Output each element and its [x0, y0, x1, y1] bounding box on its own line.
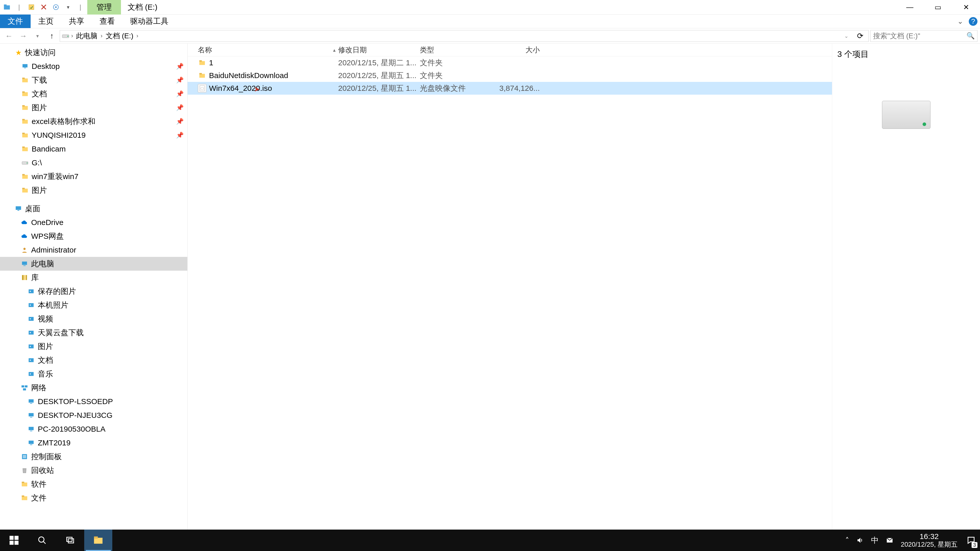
nav-qa-item[interactable]: G:\ [0, 156, 187, 170]
qat-properties-icon[interactable] [26, 2, 37, 13]
tray-chevron-up-icon[interactable]: ˄ [845, 536, 849, 545]
breadcrumb-seg-0[interactable]: 此电脑 [75, 31, 99, 41]
maximize-button[interactable]: ▭ [924, 0, 952, 14]
nav-lib-item[interactable]: 天翼云盘下载 [0, 326, 187, 340]
nav-qa-item[interactable]: Desktop📌 [0, 59, 187, 73]
svg-rect-34 [26, 275, 27, 280]
notification-center-button[interactable]: 3 [962, 530, 980, 551]
qat-delete-icon[interactable]: ✕ [38, 2, 49, 13]
nav-net-item[interactable]: DESKTOP-LSSOEDP [0, 395, 187, 408]
nav-qa-item[interactable]: 图片 [0, 183, 187, 197]
svg-rect-78 [14, 541, 19, 545]
nav-tail-item[interactable]: 文件 [0, 491, 187, 505]
nav-net-item[interactable]: PC-20190530OBLA [0, 422, 187, 436]
search-icon[interactable]: 🔍 [966, 32, 975, 40]
col-header-name[interactable]: 名称 ▴ [188, 45, 338, 55]
nav-tail-item[interactable]: 软件 [0, 477, 187, 491]
svg-rect-75 [10, 536, 14, 540]
contextual-tab[interactable]: 管理 [87, 0, 121, 14]
nav-lib-item[interactable]: 保存的图片 [0, 284, 187, 298]
svg-point-36 [30, 291, 31, 292]
tray-security-icon[interactable] [886, 537, 894, 544]
search-box[interactable]: 🔍 [870, 30, 977, 42]
tray-volume-icon[interactable] [856, 537, 864, 544]
svg-rect-18 [22, 133, 25, 134]
breadcrumb-sep-icon[interactable]: › [137, 33, 138, 39]
close-button[interactable]: ✕ [952, 0, 980, 14]
ribbon-tab-drive-tools[interactable]: 驱动器工具 [123, 14, 176, 28]
help-icon[interactable]: ? [969, 17, 977, 26]
nav-tail-item[interactable]: 回收站 [0, 464, 187, 477]
col-header-type[interactable]: 类型 [420, 45, 489, 55]
expand-ribbon-icon[interactable]: ⌄ [956, 17, 965, 26]
qat-dropdown-icon[interactable]: ▾ [63, 2, 73, 13]
address-dropdown-icon[interactable]: ⌄ [840, 30, 853, 42]
nav-desktop-item[interactable]: WPS网盘 [0, 229, 187, 243]
nav-forward-button[interactable]: → [17, 30, 30, 42]
start-button[interactable] [0, 530, 28, 551]
tray-ime-indicator[interactable]: 中 [871, 535, 879, 546]
nav-qa-item[interactable]: Bandicam [0, 142, 187, 156]
refresh-icon[interactable]: ⟳ [854, 30, 866, 42]
column-headers[interactable]: 名称 ▴ 修改日期 类型 大小 [188, 44, 832, 56]
file-list: 名称 ▴ 修改日期 类型 大小 12020/12/15, 星期二 1...文件夹… [188, 44, 832, 538]
svg-point-22 [27, 162, 27, 164]
nav-qa-item[interactable]: 图片📌 [0, 101, 187, 114]
pin-icon: 📌 [176, 90, 184, 97]
nav-up-button[interactable]: ↑ [45, 30, 58, 42]
ribbon-tab-view[interactable]: 查看 [92, 14, 123, 28]
nav-back-button[interactable]: ← [3, 30, 15, 42]
taskbar-search-button[interactable] [28, 530, 56, 551]
search-input[interactable] [873, 32, 966, 40]
svg-rect-51 [23, 388, 26, 390]
ribbon-tab-home[interactable]: 主页 [30, 14, 61, 28]
ribbon-tab-file[interactable]: 文件 [0, 14, 30, 28]
col-header-size[interactable]: 大小 [489, 45, 545, 55]
nav-desktop-item[interactable]: 库 [0, 271, 187, 284]
minimize-button[interactable]: — [896, 0, 924, 14]
breadcrumb-sep-icon[interactable]: › [71, 33, 73, 39]
nav-qa-item[interactable]: 文档📌 [0, 87, 187, 101]
qat-settings-icon[interactable] [51, 2, 61, 13]
nav-network[interactable]: 网络 [0, 381, 187, 395]
nav-qa-item[interactable]: 下载📌 [0, 73, 187, 87]
nav-quick-access[interactable]: ★ 快速访问 [0, 46, 187, 59]
nav-recent-dropdown[interactable]: ▾ [31, 30, 44, 42]
nav-desktop-item[interactable]: 此电脑 [0, 257, 187, 271]
nav-qa-item[interactable]: win7重装win7 [0, 170, 187, 183]
nav-desktop-item[interactable]: OneDrive [0, 216, 187, 229]
nav-net-item[interactable]: DESKTOP-NJEU3CG [0, 408, 187, 422]
clock-time: 16:32 [900, 532, 958, 541]
nav-desktop-item[interactable]: Administrator [0, 243, 187, 257]
file-row[interactable]: Win7x64_2020.iso2020/12/25, 星期五 1...光盘映像… [188, 82, 832, 95]
breadcrumb-seg-1[interactable]: 文档 (E:) [105, 31, 135, 41]
nav-qa-item[interactable]: excel表格制作求和📌 [0, 114, 187, 128]
ribbon-tab-share[interactable]: 共享 [61, 14, 92, 28]
qat-app-icon[interactable] [2, 2, 12, 13]
file-row[interactable]: 12020/12/15, 星期二 1...文件夹 [188, 56, 832, 69]
navigation-tree[interactable]: ★ 快速访问 Desktop📌下载📌文档📌图片📌excel表格制作求和📌YUNQ… [0, 44, 188, 538]
nav-lib-item[interactable]: 文档 [0, 353, 187, 367]
svg-rect-76 [14, 536, 19, 540]
nav-lib-item[interactable]: 音乐 [0, 367, 187, 381]
col-header-date[interactable]: 修改日期 [338, 45, 420, 55]
breadcrumb-sep-icon[interactable]: › [100, 33, 102, 39]
nav-lib-item[interactable]: 图片 [0, 340, 187, 353]
taskbar-clock[interactable]: 16:32 2020/12/25, 星期五 [896, 532, 962, 548]
nav-desktop[interactable]: 桌面 [0, 202, 187, 216]
breadcrumb[interactable]: › 此电脑 › 文档 (E:) › ⌄ ⟳ [60, 30, 869, 42]
nav-lib-item[interactable]: 视频 [0, 312, 187, 326]
taskbar-explorer-button[interactable] [84, 530, 112, 551]
nav-net-item[interactable]: ZMT2019 [0, 436, 187, 450]
nav-tail-item[interactable]: 控制面板 [0, 450, 187, 464]
nav-qa-item[interactable]: YUNQISHI2019📌 [0, 128, 187, 142]
svg-rect-15 [22, 120, 28, 124]
taskbar-taskview-button[interactable] [56, 530, 84, 551]
pc-icon [27, 397, 36, 406]
media-icon [27, 287, 36, 296]
folder-icon [198, 59, 207, 67]
iso-icon [198, 84, 207, 93]
file-row[interactable]: BaiduNetdiskDownload2020/12/25, 星期五 1...… [188, 69, 832, 82]
file-date: 2020/12/15, 星期二 1... [338, 58, 420, 68]
nav-lib-item[interactable]: 本机照片 [0, 298, 187, 312]
